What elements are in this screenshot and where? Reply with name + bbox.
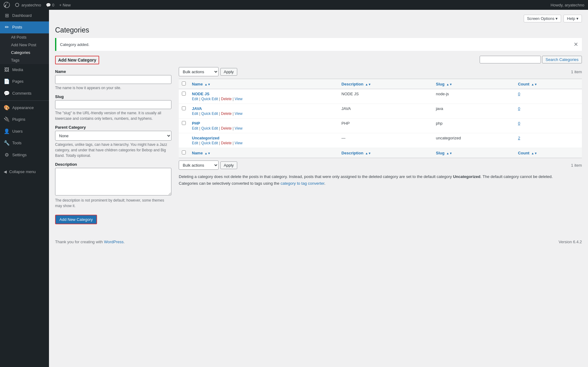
sort-icon: ▲▼ <box>446 83 452 86</box>
row-action-delete[interactable]: Delete <box>221 112 232 116</box>
row-action-edit[interactable]: Edit <box>192 112 198 116</box>
row-action-delete[interactable]: Delete <box>221 141 232 145</box>
settings-icon: ⚙ <box>4 152 10 158</box>
row-actions: Edit | Quick Edit | Delete | View <box>192 112 335 116</box>
category-name-link[interactable]: NODE JS <box>192 92 209 96</box>
footer-line1: Deleting a category does not delete the … <box>179 173 582 180</box>
screen-options-button[interactable]: Screen Options ▾ <box>524 15 561 22</box>
sidebar-item-all-posts[interactable]: All Posts <box>0 33 49 41</box>
sidebar-item-media[interactable]: 🖼 Media <box>0 64 49 76</box>
comments-icon: 💬 <box>4 90 10 97</box>
name-desc: The name is how it appears on your site. <box>55 85 171 91</box>
description-field-group: Description The description is not promi… <box>55 162 171 209</box>
category-slug-cell: node-js <box>433 89 515 104</box>
comments-link[interactable]: 💬 0 <box>46 3 54 7</box>
category-count-link[interactable]: 0 <box>518 92 520 96</box>
slug-desc: The "slug" is the URL-friendly version o… <box>55 110 171 121</box>
wordpress-link[interactable]: WordPress <box>104 240 124 244</box>
sidebar-item-comments[interactable]: 💬 Comments <box>0 88 49 99</box>
sidebar-item-tags[interactable]: Tags <box>0 56 49 64</box>
media-icon: 🖼 <box>4 66 10 73</box>
item-count-top: 1 item <box>571 70 582 74</box>
slug-column-header[interactable]: Slug ▲▼ <box>433 79 515 89</box>
sidebar-item-categories[interactable]: Categories <box>0 49 49 56</box>
sidebar-item-plugins[interactable]: 🔌 Plugins <box>0 114 49 125</box>
row-action-quick-edit[interactable]: Quick Edit <box>201 97 218 101</box>
name-column-footer[interactable]: Name ▲▼ <box>189 148 339 158</box>
add-new-category-button[interactable]: Add New Category <box>55 215 97 224</box>
row-actions: Edit | Quick Edit | Delete | View <box>192 126 335 131</box>
row-checkbox[interactable] <box>182 121 186 125</box>
search-input[interactable] <box>480 56 541 63</box>
category-slug-cell: php <box>433 119 515 133</box>
category-name-link[interactable]: Uncategorized <box>192 136 219 140</box>
count-column-header[interactable]: Count ▲▼ <box>515 79 582 89</box>
name-field-group: Name The name is how it appears on your … <box>55 69 171 91</box>
search-bar: Search Categories <box>179 56 582 63</box>
sidebar-item-settings[interactable]: ⚙ Settings <box>0 149 49 161</box>
category-count-link[interactable]: 0 <box>518 121 520 126</box>
version-text: Version 6.4.2 <box>559 240 582 244</box>
row-action-edit[interactable]: Edit <box>192 126 198 131</box>
row-action-quick-edit[interactable]: Quick Edit <box>201 112 218 116</box>
select-all-th-foot <box>179 148 189 158</box>
new-content-link[interactable]: + New <box>59 3 71 7</box>
select-all-checkbox[interactable] <box>182 81 186 85</box>
description-column-footer[interactable]: Description ▲▼ <box>339 148 433 158</box>
sidebar-item-users[interactable]: 👤 Users <box>0 126 49 137</box>
category-slug-cell: uncategorized <box>433 133 515 148</box>
category-to-tag-link[interactable]: category to tag converter <box>280 181 324 186</box>
wp-logo[interactable] <box>4 2 10 8</box>
name-input[interactable] <box>55 75 171 84</box>
bulk-apply-top-button[interactable]: Apply <box>220 68 237 76</box>
select-all-checkbox-foot[interactable] <box>182 150 186 154</box>
site-name[interactable]: aryatechno <box>15 2 41 7</box>
sort-icon: ▲▼ <box>365 152 371 155</box>
sort-icon: ▲▼ <box>204 152 211 155</box>
slug-input[interactable] <box>55 100 171 109</box>
slug-field-group: Slug The "slug" is the URL-friendly vers… <box>55 94 171 121</box>
row-action-quick-edit[interactable]: Quick Edit <box>201 141 218 145</box>
help-button[interactable]: Help ▾ <box>564 15 582 22</box>
row-actions: Edit | Quick Edit | Delete | View <box>192 141 335 145</box>
category-name-link[interactable]: PHP <box>192 121 200 126</box>
bulk-actions-bottom-select[interactable]: Bulk actions <box>179 161 219 170</box>
row-checkbox[interactable] <box>182 106 186 110</box>
sidebar-item-tools[interactable]: 🔧 Tools <box>0 137 49 149</box>
plugins-icon: 🔌 <box>4 116 10 123</box>
sidebar-item-pages[interactable]: 📄 Pages <box>0 76 49 87</box>
search-categories-button[interactable]: Search Categories <box>542 56 582 63</box>
category-name-link[interactable]: JAVA <box>192 106 202 111</box>
row-action-view[interactable]: View <box>234 97 242 101</box>
row-action-view[interactable]: View <box>234 126 242 131</box>
action-separator: | <box>218 97 221 101</box>
select-all-th <box>179 79 189 89</box>
row-action-view[interactable]: View <box>234 141 242 145</box>
row-checkbox[interactable] <box>182 92 186 96</box>
row-action-delete[interactable]: Delete <box>221 97 232 101</box>
appearance-icon: 🎨 <box>4 104 10 111</box>
sidebar-item-appearance[interactable]: 🎨 Appearance <box>0 102 49 114</box>
parent-select[interactable]: None <box>55 131 171 141</box>
row-action-edit[interactable]: Edit <box>192 141 198 145</box>
description-column-header[interactable]: Description ▲▼ <box>339 79 433 89</box>
bulk-actions-top-select[interactable]: Bulk actions <box>179 67 219 76</box>
collapse-menu-btn[interactable]: ◀ Collapse menu <box>0 167 49 176</box>
close-notice-button[interactable]: ✕ <box>574 41 578 48</box>
count-column-footer[interactable]: Count ▲▼ <box>515 148 582 158</box>
table-row: UncategorizedEdit | Quick Edit | Delete … <box>179 133 582 148</box>
row-action-quick-edit[interactable]: Quick Edit <box>201 126 218 131</box>
sidebar-item-add-new-post[interactable]: Add New Post <box>0 41 49 49</box>
description-textarea[interactable] <box>55 168 171 195</box>
name-column-header[interactable]: Name ▲▼ <box>189 79 339 89</box>
category-count-link[interactable]: 0 <box>518 106 520 111</box>
action-separator: | <box>198 112 201 116</box>
category-count-link[interactable]: 2 <box>518 136 520 140</box>
row-action-view[interactable]: View <box>234 112 242 116</box>
sidebar-item-dashboard[interactable]: ⊞ Dashboard <box>0 10 49 21</box>
row-action-edit[interactable]: Edit <box>192 97 198 101</box>
slug-column-footer[interactable]: Slug ▲▼ <box>433 148 515 158</box>
bulk-apply-bottom-button[interactable]: Apply <box>220 161 237 169</box>
sidebar-item-posts[interactable]: ✏ Posts <box>0 21 49 33</box>
row-action-delete[interactable]: Delete <box>221 126 232 131</box>
